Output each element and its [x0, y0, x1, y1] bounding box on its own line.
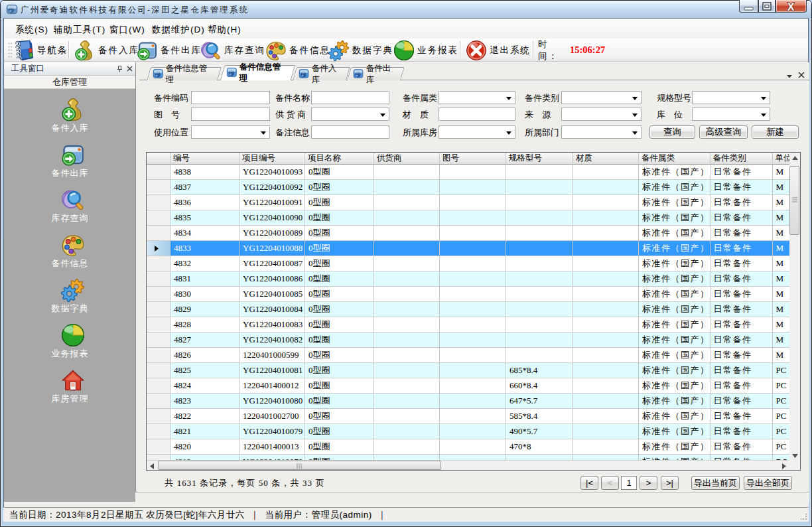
- svg-text:X: X: [787, 1, 795, 13]
